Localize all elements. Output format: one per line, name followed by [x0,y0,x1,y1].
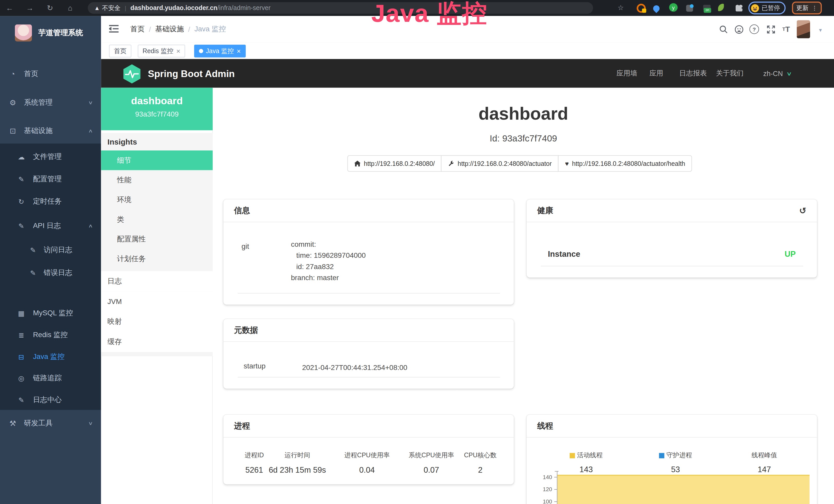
schedule-icon: ↻ [17,198,26,205]
sidebar-item-infrastructure[interactable]: ⊡ 基础设施 ∧ [0,120,101,142]
extensions-puzzle-icon[interactable] [736,4,743,12]
sidebar-item-mysql-monitor[interactable]: ▦ MySQL 监控 [0,302,101,324]
sidebar-item-config-manage[interactable]: ✎ 配置管理 [0,168,101,190]
info-card: 信息 git commit: time: 1596289704000 id: 2… [223,200,514,305]
nav-item-classes[interactable]: 类 [101,209,213,229]
sidebar-item-access-log[interactable]: ✎ 访问日志 [0,239,101,261]
sidebar: 芋道管理系统 ◔ 首页 ⚙ 系统管理 ∨ ⊡ 基础设施 ∧ ☁ 文件管理 ✎ 配… [0,16,101,504]
page-title: dashboard [213,104,834,124]
nav-item-mappings[interactable]: 映射 [101,312,213,332]
nav-item-environment[interactable]: 环境 [101,190,213,209]
row-divider [238,377,500,377]
url-path: /infra/admin-server [217,4,270,12]
history-icon[interactable]: ↺ [799,206,807,216]
sba-locale-select[interactable]: zh-CN ∨ [763,59,791,88]
font-size-icon[interactable]: TT [780,23,792,35]
sidebar-item-dev-tools[interactable]: ⚒ 研发工具 ∨ [0,412,101,434]
extension-orange-icon[interactable] [637,4,646,12]
actuator-url-button[interactable]: http://192.168.0.2:48080/actuator [441,155,559,172]
extension-grid-icon[interactable] [686,4,693,12]
profile-badge-label: 已暂停 [762,4,780,12]
sidebar-item-java-monitor[interactable]: ⊟ Java 监控 [0,346,101,368]
log-icon: ✎ [28,246,38,254]
caret-down-icon[interactable]: ▼ [818,28,823,33]
tag-home[interactable]: 首页 [109,45,132,58]
process-card: 进程 进程ID 5261 运行时间 6d 23h 15m 59s 进程CPU使用… [223,415,514,484]
metadata-key: startup [243,362,265,370]
nav-item-details[interactable]: 细节 [101,151,213,170]
sba-nav-about[interactable]: 关于我们 [716,59,744,88]
browser-profile-badge[interactable]: 已暂停 [748,2,786,15]
row-divider [541,266,803,266]
dashboard-icon: ◔ [8,70,18,78]
infrastructure-icon: ⊡ [8,127,18,135]
tag-redis-monitor[interactable]: Redis 监控 ✕ [138,45,185,58]
sidebar-logo[interactable]: 芋道管理系统 [0,20,101,46]
health-url-button[interactable]: ♥ http://192.168.0.2:48080/actuator/heal… [558,155,692,172]
close-icon[interactable]: ✕ [237,48,241,54]
tag-java-monitor[interactable]: Java 监控 ✕ [194,45,246,58]
nav-item-config-props[interactable]: 配置属性 [101,229,213,249]
back-icon[interactable]: ← [4,4,15,12]
help-icon[interactable]: ? [748,23,760,35]
fullscreen-icon[interactable] [765,23,777,35]
github-icon[interactable] [733,23,745,35]
heartbeat-icon: ♥ [565,160,569,167]
search-icon[interactable] [718,23,729,35]
legend-live-threads: 活动线程 143 [570,451,602,474]
home-icon[interactable]: ⌂ [65,4,75,12]
close-icon[interactable]: ✕ [176,48,180,54]
instance-header[interactable]: dashboard 93a3fc7f7409 [101,88,213,131]
browser-update-button[interactable]: 更新 ⋮ [792,2,822,15]
monitor-icon: ⊟ [17,353,26,361]
breadcrumb-home[interactable]: 首页 [130,24,145,34]
update-label: 更新 [796,4,809,12]
sidebar-item-redis-monitor[interactable]: ≣ Redis 监控 [0,324,101,346]
breadcrumb-infrastructure[interactable]: 基础设施 [155,24,184,34]
sba-brand[interactable]: Spring Boot Admin [122,64,235,84]
sidebar-item-error-log[interactable]: ✎ 错误日志 [0,261,101,284]
extension-green-icon[interactable]: y [669,3,678,12]
extension-leaf-icon[interactable] [718,3,724,12]
breadcrumb-current: Java 监控 [194,24,226,34]
process-col-system-cpu: 系统CPU使用率 0.07 [409,451,454,474]
sidebar-item-file-manage[interactable]: ☁ 文件管理 [0,145,101,168]
sidebar-item-api-log[interactable]: ✎ API 日志 ∧ [0,215,101,237]
sba-nav-applications[interactable]: 应用 [649,59,663,88]
process-col-process-cpu: 进程CPU使用率 0.04 [344,451,390,474]
cloud-upload-icon: ☁ [17,153,26,161]
extension-pin-icon[interactable] [653,4,660,13]
annotation-text: Java 监控 [371,0,552,30]
log-icon: ✎ [28,269,38,277]
sidebar-item-scheduled-jobs[interactable]: ↻ 定时任务 [0,190,101,212]
insights-section-label: Insights [107,138,137,146]
bookmark-star-icon[interactable]: ☆ [615,4,626,12]
eye-icon: ◎ [17,374,26,382]
service-url-button[interactable]: http://192.168.0.2:48080/ [347,155,441,172]
sba-nav-wallboard[interactable]: 应用墙 [616,59,637,88]
nav-item-jvm[interactable]: JVM [101,292,213,312]
sidebar-toggle-icon[interactable] [109,24,119,35]
nav-item-scheduled-tasks[interactable]: 计划任务 [101,249,213,269]
card-title-process: 进程 [234,421,250,431]
process-col-pid: 进程ID 5261 [245,451,264,474]
sba-nav-journal[interactable]: 日志报表 [679,59,707,88]
sidebar-item-home[interactable]: ◔ 首页 [0,63,101,85]
status-badge: UP [785,249,796,258]
sidebar-item-log-center[interactable]: ✎ 日志中心 [0,389,101,411]
extension-on-icon[interactable]: on [703,3,711,12]
nav-item-metrics[interactable]: 性能 [101,170,213,190]
sidebar-item-system[interactable]: ⚙ 系统管理 ∨ [0,91,101,114]
security-label[interactable]: 不安全 [102,4,120,12]
instance-id: 93a3fc7f7409 [101,110,213,118]
browser-menu-icon[interactable]: ⋮ [812,5,817,12]
wrench-icon [448,160,455,167]
health-row-label: Instance [548,249,580,258]
page-instance-id: Id: 93a3fc7f7409 [213,134,834,144]
user-avatar[interactable] [797,20,810,38]
sidebar-item-tracing[interactable]: ◎ 链路追踪 [0,367,101,389]
nav-item-caches[interactable]: 缓存 [101,332,213,352]
forward-icon[interactable]: → [24,4,35,12]
nav-item-logs[interactable]: 日志 [101,271,213,292]
reload-icon[interactable]: ↻ [45,4,55,12]
